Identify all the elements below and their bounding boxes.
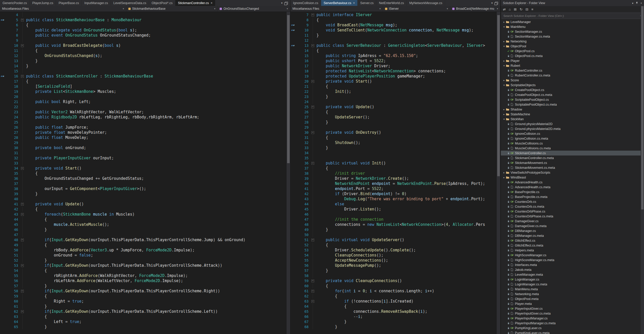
code-line[interactable]: 28 public float MoveDelay;: [0, 135, 287, 140]
code-line[interactable]: 63− if (!connections[i].IsCreated): [290, 299, 497, 304]
code-line[interactable]: 34: [290, 150, 497, 155]
breakpoint-margin[interactable]: [0, 237, 8, 242]
tree-item-ground-physicsmaterial2d-meta[interactable]: Ground.physicsMaterial2D.meta: [501, 126, 644, 131]
nav-type-dropdown[interactable]: IServer ▾: [383, 6, 450, 12]
code-editor-right[interactable]: 7−public interface IServer8{⇄⇄9 void Bro…: [290, 12, 500, 334]
breakpoint-margin[interactable]: [0, 304, 8, 309]
code-line[interactable]: 14}: [0, 63, 287, 69]
code-line[interactable]: 38 ourInput = GetComponent<PlayerInputGi…: [0, 186, 287, 191]
tree-item-countesorb-cs[interactable]: C#CountesOrb.cs: [501, 199, 644, 204]
breakpoint-margin[interactable]: [290, 84, 298, 89]
code-line[interactable]: 51− public virtual void UpdateServer(): [290, 237, 497, 242]
fold-toggle-icon[interactable]: −: [311, 239, 314, 241]
breakpoint-margin[interactable]: [0, 89, 8, 94]
breakpoint-margin[interactable]: [0, 196, 8, 202]
breakpoint-margin[interactable]: [290, 283, 298, 288]
code-line[interactable]: 49 {: [0, 242, 287, 248]
code-line[interactable]: 56 rbLeftArm.AddForce(WalkLeftVector, Fo…: [0, 278, 287, 283]
code-line[interactable]: 37 {: [290, 166, 497, 171]
code-line[interactable]: 37: [0, 181, 287, 186]
breakpoint-margin[interactable]: [0, 273, 8, 278]
tree-item-rubertcontroller-cs[interactable]: C#RubertController.cs: [501, 68, 644, 73]
tab-overflow-chevron-icon[interactable]: ▾: [491, 2, 493, 4]
tab-inputmanager-cs[interactable]: InputManager.cs: [82, 0, 111, 6]
fold-toggle-icon[interactable]: −: [311, 106, 314, 108]
tree-item-interfaces-meta[interactable]: Interfaces.meta: [501, 262, 644, 267]
tree-item-mainmenu[interactable]: ▾MainMenu: [501, 24, 644, 29]
fold-toggle-icon[interactable]: −: [311, 14, 314, 16]
code-line[interactable]: 42 if (Driver.Bind(endpoint) != 0): [290, 191, 497, 196]
breakpoint-margin[interactable]: [0, 161, 8, 166]
code-line[interactable]: 40 NetworkEndPoint endpoint = NetworkEnd…: [290, 181, 497, 186]
code-line[interactable]: 35 {: [0, 171, 287, 176]
margin-change-icon[interactable]: ⇄⇄: [290, 23, 298, 28]
tree-item-score[interactable]: ▸Score: [501, 78, 644, 83]
code-line[interactable]: 12: [290, 38, 497, 43]
breakpoint-margin[interactable]: [0, 263, 8, 268]
tree-item-mainmenu-meta[interactable]: MainMenu.meta: [501, 287, 644, 292]
breakpoint-margin[interactable]: [0, 33, 8, 38]
code-line[interactable]: 23 public Vector2 WalkRightVector, WalkL…: [0, 109, 287, 115]
breakpoint-margin[interactable]: [0, 145, 8, 150]
breakpoint-margin[interactable]: [290, 248, 298, 253]
tree-item-player-meta[interactable]: Player.meta: [501, 301, 644, 306]
code-line[interactable]: 32 Shutdown();: [290, 140, 497, 145]
breakpoint-margin[interactable]: [290, 196, 298, 202]
breakpoint-margin[interactable]: [290, 222, 298, 227]
code-line[interactable]: 27 private float moveDelayPointer;: [0, 130, 287, 135]
tree-item-statemachine[interactable]: ▸StateMachine: [501, 112, 644, 117]
tab-playerjump-cs[interactable]: PlayerJump.cs: [30, 0, 56, 6]
margin-change-icon[interactable]: ⇄⇄: [290, 43, 298, 48]
tab-server-cs[interactable]: Server.cs: [358, 0, 376, 6]
tree-item-advancedhealth-cs-meta[interactable]: AdvancedHealth.cs.meta: [501, 185, 644, 190]
code-line[interactable]: 18 protected NativeList<NetworkConnectio…: [290, 69, 497, 74]
code-line[interactable]: 11}: [290, 33, 497, 38]
breakpoint-margin[interactable]: [290, 109, 298, 115]
breakpoint-margin[interactable]: [290, 227, 298, 232]
fold-toggle-icon[interactable]: −: [21, 239, 24, 241]
code-line[interactable]: 11 {: [0, 48, 287, 53]
breakpoint-margin[interactable]: [290, 212, 298, 217]
code-line[interactable]: 36 OnGroundStatusChanged += GetGroundedS…: [0, 176, 287, 181]
tab-overflow-chevron-icon[interactable]: ▾: [281, 2, 283, 4]
breakpoint-margin[interactable]: [290, 232, 298, 237]
tree-item-createpoolobject-cs-meta[interactable]: CreatePoolObject.cs.meta: [501, 92, 644, 97]
tree-item-levelmanager[interactable]: ▸LevelManager: [501, 19, 644, 24]
code-line[interactable]: 25− private void Update(): [290, 104, 497, 109]
breakpoint-margin[interactable]: [290, 161, 298, 166]
code-line[interactable]: 24: [290, 99, 497, 104]
breakpoint-margin[interactable]: [290, 314, 298, 319]
breakpoint-margin[interactable]: [0, 186, 8, 191]
breakpoint-margin[interactable]: [290, 17, 298, 23]
code-line[interactable]: 28 }: [290, 120, 497, 125]
code-line[interactable]: 45 muscle.ActivateMuscle();: [0, 222, 287, 227]
breakpoint-margin[interactable]: [0, 181, 8, 186]
code-line[interactable]: 64 {: [290, 304, 497, 309]
code-line[interactable]: 50 rbBody.AddForce(Vector3.up * JumpForc…: [0, 248, 287, 253]
code-line[interactable]: 43 Debug.Log("There was error binding to…: [290, 196, 497, 202]
breakpoint-margin[interactable]: [0, 294, 8, 299]
code-line[interactable]: ⇄⇄5−public class StickmanBehaviourBase :…: [0, 17, 287, 23]
fold-toggle-icon[interactable]: −: [311, 80, 314, 83]
nav-member-dropdown[interactable]: OnGroundStatusChanged ▾: [218, 6, 290, 12]
code-line[interactable]: 19 protected UpdatePlayerPosition gameMa…: [290, 74, 497, 79]
tree-item-baseprojectile-cs-meta[interactable]: BaseProjectile.cs.meta: [501, 194, 644, 199]
code-line[interactable]: 30 private bool onGround;: [0, 145, 287, 150]
code-line[interactable]: 52 {: [290, 242, 497, 248]
code-line[interactable]: 41 endpoint.Port = 5522;: [290, 186, 497, 191]
fold-toggle-icon[interactable]: −: [311, 162, 314, 165]
code-line[interactable]: 57 }: [0, 283, 287, 288]
tree-item-glitcheffect-cs-meta[interactable]: GlitchEffect.cs.meta: [501, 243, 644, 248]
code-line[interactable]: 17 public NetworkDriver Driver;: [290, 63, 497, 69]
editor-vertical-scrollbar[interactable]: [287, 12, 290, 334]
breakpoint-margin[interactable]: [290, 324, 298, 329]
code-line[interactable]: 58− if(Input.GetKeyDown(ourInput.ThisPla…: [0, 288, 287, 294]
breakpoint-margin[interactable]: [290, 125, 298, 130]
code-line[interactable]: 50: [290, 232, 497, 237]
nav-type-dropdown[interactable]: StickmanBehaviourBase ▾: [126, 6, 218, 12]
code-line[interactable]: 6{: [0, 23, 287, 28]
breakpoint-margin[interactable]: [290, 99, 298, 104]
breakpoint-margin[interactable]: [0, 248, 8, 253]
scrollbar-thumb[interactable]: [497, 15, 500, 176]
breakpoint-margin[interactable]: [0, 258, 8, 263]
